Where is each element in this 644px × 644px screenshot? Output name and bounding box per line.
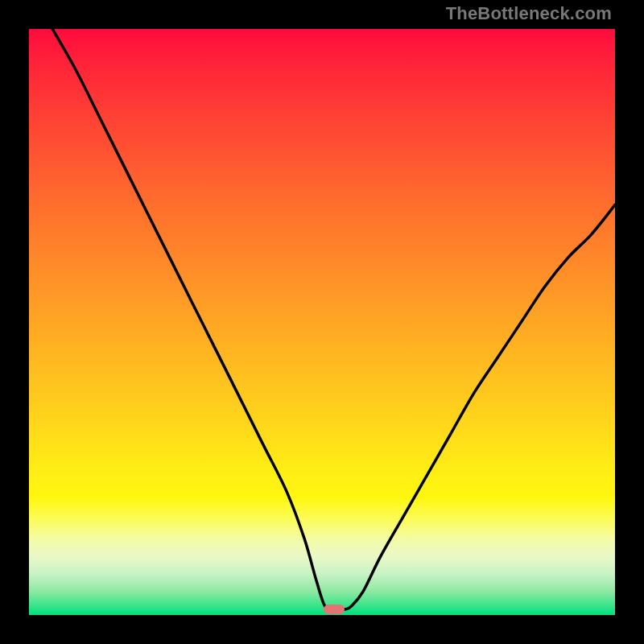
chart-frame: TheBottleneck.com (0, 0, 644, 644)
plot-area (29, 29, 615, 615)
bottleneck-curve (29, 29, 615, 615)
optimum-marker (324, 605, 345, 614)
watermark-text: TheBottleneck.com (446, 3, 612, 24)
